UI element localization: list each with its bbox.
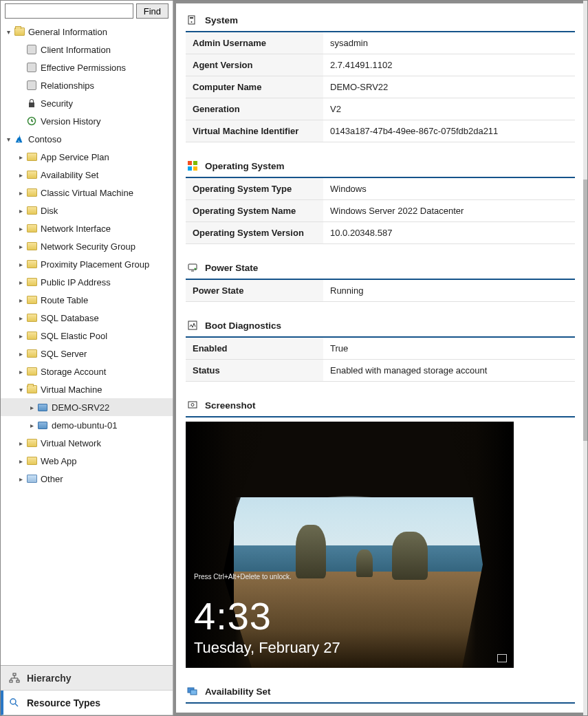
chevron-right-icon[interactable]: ▸ <box>16 314 25 322</box>
tree-node-app-service-plan[interactable]: ▸App Service Plan <box>1 148 173 166</box>
vm-icon <box>36 402 49 413</box>
table-row: Operating System TypeWindows <box>186 178 575 200</box>
tree-label: Version History <box>41 116 100 127</box>
tree-label: Public IP Address <box>41 277 111 288</box>
chevron-right-icon[interactable]: ▸ <box>16 296 25 304</box>
vm-icon <box>36 420 49 431</box>
tree-node-demo-srv22[interactable]: ▸DEMO-SRV22 <box>1 398 173 416</box>
svg-rect-13 <box>188 321 197 329</box>
permissions-icon <box>25 62 38 73</box>
tree-node-general-info[interactable]: ▾ General Information <box>1 23 173 41</box>
table-row: Computer NameDEMO-SRV22 <box>186 76 575 98</box>
chevron-right-icon[interactable]: ▸ <box>16 243 25 250</box>
section-screenshot: Screenshot Press Ctrl+Alt+Delete to unlo… <box>186 395 575 668</box>
search-input[interactable] <box>5 3 133 19</box>
right-panel: System Admin Usernamesysadmin Agent Vers… <box>173 1 587 715</box>
chevron-down-icon[interactable]: ▾ <box>3 28 13 36</box>
tree-node-contoso[interactable]: ▾ Contoso <box>1 130 173 148</box>
tab-hierarchy[interactable]: Hierarchy <box>1 666 173 691</box>
tree-node-storage[interactable]: ▸Storage Account <box>1 362 173 380</box>
svg-rect-3 <box>17 680 19 682</box>
chevron-right-icon[interactable]: ▸ <box>16 171 25 179</box>
table-row: EnabledTrue <box>186 338 575 360</box>
tree-node-sql-db[interactable]: ▸SQL Database <box>1 309 173 327</box>
folder-icon <box>25 169 38 180</box>
tab-label: Hierarchy <box>27 673 72 684</box>
chevron-right-icon[interactable]: ▸ <box>16 475 25 483</box>
value: Windows Server 2022 Datacenter <box>323 200 575 222</box>
tree-label: SQL Elastic Pool <box>41 331 107 341</box>
section-title: Screenshot <box>205 400 256 411</box>
screenshot-rock <box>356 550 373 577</box>
chevron-down-icon[interactable]: ▾ <box>3 135 13 143</box>
table-row: Power StateRunning <box>186 280 575 302</box>
screenshot-rock <box>392 532 428 580</box>
system-table: Admin Usernamesysadmin Agent Version2.7.… <box>186 32 575 142</box>
tree-node-disk[interactable]: ▸Disk <box>1 202 173 219</box>
folder-open-icon <box>25 384 38 395</box>
tree-node-sql-server[interactable]: ▸SQL Server <box>1 345 173 362</box>
chevron-right-icon[interactable]: ▸ <box>16 368 25 376</box>
chevron-right-icon[interactable]: ▸ <box>16 225 25 232</box>
lock-clock: 4:33 <box>194 594 272 638</box>
chevron-right-icon[interactable]: ▸ <box>16 189 25 197</box>
svg-point-7 <box>191 21 193 23</box>
chevron-down-icon[interactable]: ▾ <box>16 386 25 393</box>
key: Agent Version <box>186 54 323 76</box>
chevron-right-icon[interactable]: ▸ <box>16 350 25 358</box>
tree-label: SQL Server <box>41 349 87 359</box>
chevron-right-icon[interactable]: ▸ <box>16 207 25 215</box>
folder-open-icon <box>13 26 25 37</box>
value: 2.7.41491.1102 <box>323 54 575 76</box>
lock-icon <box>25 98 38 109</box>
tree-node-relationships[interactable]: · Relationships <box>1 76 173 94</box>
tree-node-ppg[interactable]: ▸Proximity Placement Group <box>1 255 173 273</box>
nav-tree[interactable]: ▾ General Information · Client Informati… <box>1 23 173 665</box>
tree-node-security[interactable]: · Security <box>1 94 173 112</box>
value: 0143a187-47b4-49ee-867c-075fdb2da211 <box>323 120 575 142</box>
details-scroll[interactable]: System Admin Usernamesysadmin Agent Vers… <box>176 3 585 713</box>
chevron-right-icon[interactable]: ▸ <box>16 440 25 447</box>
tree-node-webapp[interactable]: ▸Web App <box>1 452 173 470</box>
tree-node-version-history[interactable]: · Version History <box>1 112 173 130</box>
svg-rect-11 <box>193 166 197 171</box>
svg-rect-2 <box>10 680 12 682</box>
tree-label: Proximity Placement Group <box>41 259 149 270</box>
history-icon <box>25 116 38 127</box>
os-table: Operating System TypeWindows Operating S… <box>186 178 575 244</box>
tree-node-availability-set[interactable]: ▸Availability Set <box>1 166 173 184</box>
tree-node-client-info[interactable]: · Client Information <box>1 41 173 58</box>
tree-node-sql-elastic[interactable]: ▸SQL Elastic Pool <box>1 327 173 345</box>
chevron-right-icon[interactable]: ▸ <box>16 261 25 268</box>
relationships-icon <box>25 80 38 91</box>
tree-node-network-interface[interactable]: ▸Network Interface <box>1 219 173 237</box>
folder-icon <box>25 151 38 162</box>
chevron-right-icon[interactable]: ▸ <box>16 153 25 161</box>
chevron-right-icon[interactable]: ▸ <box>16 332 25 340</box>
tree-node-other[interactable]: ▸Other <box>1 470 173 488</box>
tree-label: General Information <box>28 27 107 37</box>
find-button[interactable]: Find <box>136 3 168 19</box>
chevron-right-icon[interactable]: ▸ <box>16 279 25 286</box>
tree-node-virtual-machine[interactable]: ▾Virtual Machine <box>1 380 173 398</box>
table-row: Operating System Version10.0.20348.587 <box>186 222 575 244</box>
tree-node-effective-permissions[interactable]: · Effective Permissions <box>1 58 173 76</box>
tree-node-route-table[interactable]: ▸Route Table <box>1 291 173 309</box>
tree-node-vnet[interactable]: ▸Virtual Network <box>1 434 173 452</box>
tree-label: Virtual Network <box>41 438 101 448</box>
svg-rect-10 <box>188 166 192 171</box>
tree-node-classic-vm[interactable]: ▸Classic Virtual Machine <box>1 184 173 202</box>
tab-resource-types[interactable]: Resource Types <box>1 691 173 715</box>
chevron-right-icon[interactable]: ▸ <box>16 457 25 465</box>
tree-node-public-ip[interactable]: ▸Public IP Address <box>1 273 173 291</box>
chevron-right-icon[interactable]: ▸ <box>27 422 36 429</box>
tree-node-demo-ubuntu[interactable]: ▸demo-ubuntu-01 <box>1 416 173 434</box>
tree-node-nsg[interactable]: ▸Network Security Group <box>1 237 173 255</box>
folder-icon <box>25 437 38 448</box>
system-icon <box>187 14 198 25</box>
table-row: StatusEnabled with managed storage accou… <box>186 360 575 382</box>
value: V2 <box>323 98 575 120</box>
scrollbar-thumb[interactable] <box>583 180 587 441</box>
key: Operating System Name <box>186 200 323 222</box>
chevron-right-icon[interactable]: ▸ <box>27 404 36 411</box>
